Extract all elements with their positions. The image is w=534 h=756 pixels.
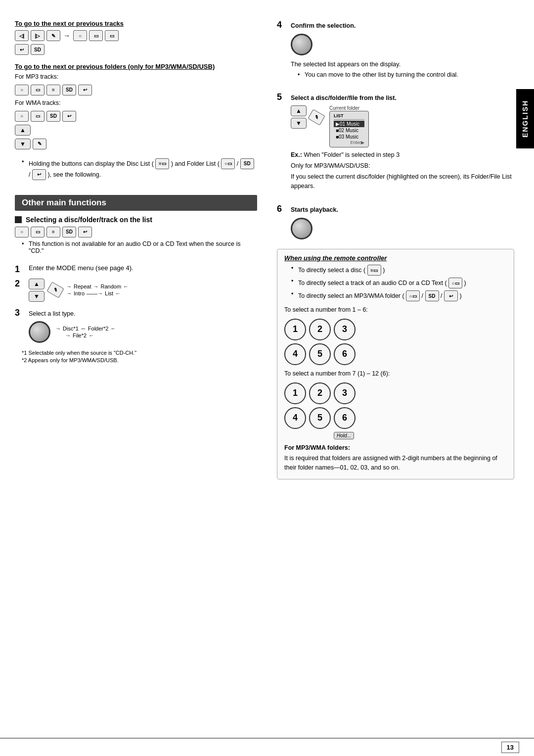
mp3-sd2[interactable]: SD [62,85,76,95]
down-arrow-btn[interactable]: ▼ [15,139,31,149]
step4-bullet: You can move to the other list by turnin… [298,71,458,78]
subsection-heading: Selecting a disc/folder/track on the lis… [15,216,257,224]
list-display: Current folder LIST ▶01 Music ■02 Music … [329,105,369,147]
number-grid-1-6: 1 2 3 4 5 6 [284,319,507,365]
num-btn-4[interactable]: 4 [284,343,306,365]
up-arrow-btn[interactable]: ▲ [15,125,31,136]
footnote2: *2 Appears only for MP3/WMA/SD/USB. [22,357,257,363]
remote-bullet3: To directly select an MP3/WMA folder ( ○… [291,290,507,301]
wma-circle[interactable]: ○ [15,111,29,122]
prev-btn[interactable]: ◁| [15,30,29,41]
remote-disc-icon: ≡▭ [367,265,381,276]
step3-text: Select a list type. [29,309,116,319]
remote-controller-box: When using the remote controller To dire… [277,249,514,479]
mp3-eq[interactable]: ≡ [46,85,60,95]
ex-text: Ex.: When "Folder" is selected in step 3 [291,150,514,160]
sel-rect[interactable]: ▭ [31,227,44,237]
step2-down-btn[interactable]: ▼ [29,291,44,302]
wma-rect1[interactable]: ▭ [31,111,44,122]
num-btn-2[interactable]: 2 [309,319,331,340]
remote-mp3-icon3: ↩ [444,290,458,301]
num-btn-2b[interactable]: 2 [309,382,331,404]
wma-buttons-row1: ○ ▭ SD ↩ [15,111,257,122]
step5-num: 5 [277,92,286,102]
mp3-rect1[interactable]: ▭ [31,85,44,95]
function-bullet: This function is not available for an au… [22,240,257,254]
circle-btn[interactable]: ○ [73,30,87,41]
step2-num: 2 [15,279,24,289]
num-btn-5b[interactable]: 5 [309,407,331,429]
mp3-circle[interactable]: ○ [15,85,29,95]
next-prev-folders-section: To go to the next or previous folders (o… [15,63,257,149]
step4: 4 Confirm the selection. The selected li… [277,20,514,80]
folder-list-icon1: ○▭ [221,158,235,169]
step6-heading: Starts playback. [291,205,338,215]
num-btn-1b[interactable]: 1 [284,382,306,404]
step5-down[interactable]: ▼ [291,118,307,129]
step1: 1 Enter the MODE menu (see page 4). [15,264,257,275]
step3: 3 Select a list type. → Disc*1 ↔ Folder*… [15,308,257,346]
if-select: If you select the current disc/folder (h… [291,172,514,191]
for-wma-label: For WMA tracks: [15,98,257,108]
rect-btn1[interactable]: ▭ [89,30,103,41]
next-prev-tracks-section: To go to the next or previous tracks ◁| … [15,20,257,55]
select-icons-row: ○ ▭ ≡ SD ↩ [15,227,257,237]
step1-text: Enter the MODE menu (see page 4). [29,264,134,272]
step6-num: 6 [277,204,286,214]
wma-buttons-row2: ▲ [15,125,257,136]
main-content: To go to the next or previous tracks ◁| … [0,20,534,484]
step3-num: 3 [15,308,24,318]
step2-diagram: ▲ ▼ ✎ →Repeat→Random← →Intro——→List← [29,279,129,304]
num-btn-3[interactable]: 3 [334,319,356,340]
step5-up[interactable]: ▲ [291,105,307,116]
wma-ret[interactable]: ↩ [62,111,76,122]
remote-heading: When using the remote controller [284,254,507,262]
step6-knob[interactable] [291,218,312,239]
hold-badge: Hold... [334,432,354,439]
num-btn-4b[interactable]: 4 [284,407,306,429]
sel-circle[interactable]: ○ [15,227,29,237]
num-btn-5[interactable]: 5 [309,343,331,365]
step2-up-btn[interactable]: ▲ [29,279,44,289]
sel-ret[interactable]: ↩ [78,227,92,237]
next-btn[interactable]: |▷ [31,30,44,41]
step5: 5 Select a disc/folder/file from the lis… [277,92,514,192]
step6: 6 Starts playback. [277,204,514,244]
step4-heading: Confirm the selection. [291,21,458,31]
select-1-6-text: To select a number from 1 – 6: [284,305,507,315]
music1-row: ▶01 Music [334,121,364,127]
return-btn[interactable]: ↩ [15,44,29,55]
sel-sd[interactable]: SD [62,227,76,237]
remote-bullet2: To directly select a track of an audio C… [291,278,507,288]
next-prev-folders-heading: To go to the next or previous folders (o… [15,63,257,70]
num-btn-6[interactable]: 6 [334,343,356,365]
sel-eq[interactable]: ≡ [46,227,60,237]
wma-sd[interactable]: SD [46,111,60,122]
step6-content: Starts playback. [291,204,338,244]
num-btn-3b[interactable]: 3 [334,382,356,404]
only-for: Only for MP3/WMA/SD/USB: [291,161,514,171]
right-column: 4 Confirm the selection. The selected li… [272,20,514,484]
mp3-ret2[interactable]: ↩ [78,85,92,95]
for-mp3-wma-label: For MP3/WMA folders: [284,443,507,453]
next-prev-tracks-buttons: ◁| |▷ ✎ → ○ ▭ ▭ [15,30,257,41]
flow-labels: →Repeat→Random← →Intro——→List← [66,283,129,297]
mp3-wma-desc: It is required that folders are assigned… [284,454,507,472]
sd-btn[interactable]: SD [31,44,44,55]
remote-mp3-icon1: ○▭ [406,290,420,301]
for-mp3-label: For MP3 tracks: [15,72,257,82]
control-knob[interactable] [29,321,50,343]
remote-bullet1: To directly select a disc ( ≡▭ ) [291,265,507,276]
english-tab: ENGLISH [516,89,534,148]
num-btn-1[interactable]: 1 [284,319,306,340]
left-column: To go to the next or previous tracks ◁| … [15,20,257,484]
number-grid-7-12: 1 2 3 4 5 6 Hold... [284,382,507,439]
mp3-buttons: ○ ▭ ≡ SD ↩ [15,85,257,95]
step4-desc1: The selected list appears on the display… [291,60,458,69]
disc-folder-flow: → Disc*1 ↔ Folder*2 ← → File*2 ← [55,325,116,339]
step3-content: Select a list type. → Disc*1 ↔ Folder*2 … [29,308,116,346]
step4-knob[interactable] [291,34,312,55]
step5-ud-btns: ▲ ▼ [291,105,307,129]
rect-btn2[interactable]: ▭ [105,30,119,41]
num-btn-6b[interactable]: 6 [334,407,356,429]
